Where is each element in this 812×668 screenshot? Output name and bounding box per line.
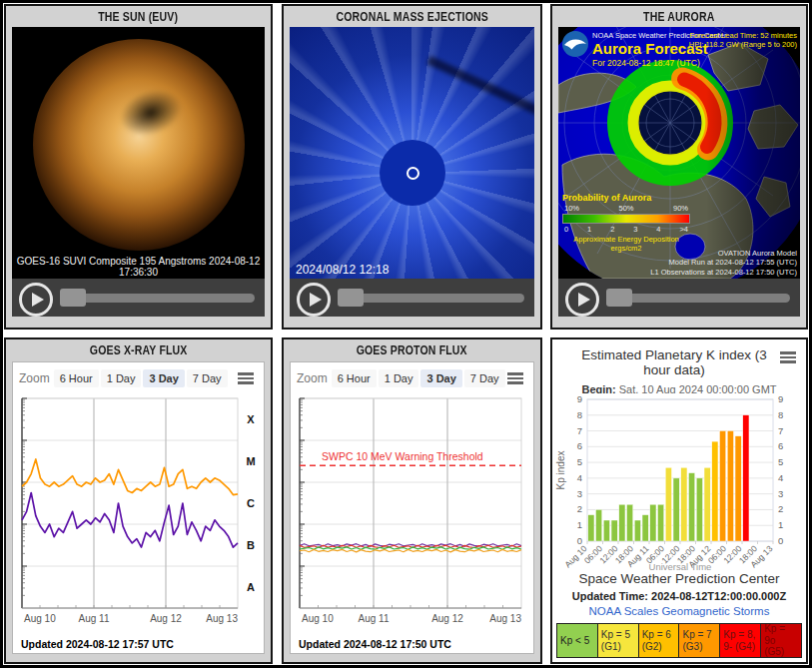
sun-position-marker	[406, 167, 419, 180]
range-button-7-day[interactable]: 7 Day	[187, 369, 228, 387]
svg-text:2: 2	[577, 503, 582, 514]
menu-icon[interactable]	[507, 372, 523, 384]
svg-text:2: 2	[778, 503, 783, 514]
svg-text:Aug 11: Aug 11	[79, 613, 110, 624]
panel-aurora: THE AURORA	[550, 4, 808, 330]
range-button-3-day[interactable]: 3 Day	[143, 369, 184, 387]
slider-handle[interactable]	[60, 289, 86, 307]
legend-tick: 0	[564, 225, 568, 234]
svg-text:8: 8	[577, 409, 582, 420]
svg-text:Aug 13: Aug 13	[489, 613, 521, 624]
panel-xray-title: GOES X-RAY FLUX	[90, 342, 188, 357]
xray-updated: Updated 2024-08-12 17:57 UTC	[21, 638, 174, 650]
legend-tick: 10%	[564, 204, 579, 213]
proton-chart-card: Zoom6 Hour1 Day3 Day7 Day Aug 10Aug 11Au…	[290, 361, 534, 654]
svg-text:9: 9	[577, 393, 582, 404]
panel-cme: CORONAL MASS EJECTIONS 2024/08/12 12:18	[282, 4, 542, 330]
panel-cme-title: CORONAL MASS EJECTIONS	[336, 9, 487, 24]
svg-text:3: 3	[778, 488, 783, 499]
occulting-disk	[380, 140, 445, 206]
kp-legend-cell: Kp = 9o (G5)	[761, 624, 801, 657]
aurora-model-info: OVATION Aurora Model Model Run at 2024-0…	[650, 249, 797, 277]
svg-text:Aug 12: Aug 12	[431, 613, 463, 624]
svg-text:B: B	[247, 539, 255, 551]
xray-plot: XMCBAAug 10Aug 11Aug 12Aug 13	[15, 394, 264, 628]
kp-scale-legend: Kp < 5Kp = 5 (G1)Kp = 6 (G2)Kp = 7 (G3)K…	[556, 623, 802, 658]
panel-xray: GOES X-RAY FLUX Zoom6 Hour1 Day3 Day7 Da…	[4, 337, 273, 664]
kp-chart: 00112233445566778899Aug 1006:0012:0018:0…	[554, 393, 806, 577]
panel-aurora-header: THE AURORA	[552, 6, 806, 26]
svg-text:SWPC 10 MeV Warning Threshold: SWPC 10 MeV Warning Threshold	[322, 450, 483, 462]
svg-text:8: 8	[778, 409, 783, 420]
kp-legend-cell: Kp = 6 (G2)	[639, 624, 680, 657]
panel-aurora-title: THE AURORA	[643, 9, 714, 24]
svg-text:Aug 10: Aug 10	[24, 613, 56, 624]
legend-tick: >4	[679, 225, 688, 234]
range-button-6-hour[interactable]: 6 Hour	[332, 369, 377, 387]
zoom-label: Zoom	[19, 371, 50, 385]
proton-plot: Aug 10Aug 11Aug 12Aug 13SWPC 10 MeV Warn…	[293, 394, 533, 628]
sun-player	[12, 279, 265, 317]
sun-player-slider[interactable]	[62, 294, 255, 303]
svg-text:M: M	[246, 455, 255, 467]
range-button-1-day[interactable]: 1 Day	[379, 369, 419, 387]
kp-source: Space Weather Prediction Center	[552, 571, 806, 586]
kp-chart-title: Estimated Planetary K index (3 hour data…	[576, 347, 772, 377]
play-icon[interactable]	[565, 283, 599, 317]
svg-text:4: 4	[778, 472, 783, 483]
probability-title: Probability of Aurora	[562, 193, 690, 203]
svg-text:Aug 13: Aug 13	[206, 613, 238, 624]
forecast-lead-time: Forecast Lead Time: 52 minutes	[689, 31, 797, 40]
legend-tick: 3	[633, 225, 637, 234]
slider-handle[interactable]	[606, 289, 632, 307]
legend-tick: 1	[587, 225, 591, 234]
svg-text:X: X	[247, 413, 255, 425]
range-button-6-hour[interactable]: 6 Hour	[54, 369, 99, 387]
coronal-hole-graphic	[113, 83, 187, 145]
cme-player-slider[interactable]	[340, 294, 524, 303]
legend-tick: 4	[656, 225, 660, 234]
sun-disk-graphic	[33, 39, 245, 251]
kp-plot: 00112233445566778899Aug 1006:0012:0018:0…	[554, 393, 806, 573]
svg-text:3: 3	[577, 488, 582, 499]
range-button-1-day[interactable]: 1 Day	[101, 369, 142, 387]
kp-legend-cell: Kp = 7 (G3)	[679, 624, 720, 657]
range-button-7-day[interactable]: 7 Day	[464, 369, 505, 387]
range-button-3-day[interactable]: 3 Day	[420, 369, 461, 387]
zoom-label: Zoom	[297, 371, 328, 385]
xray-toolbar: Zoom6 Hour1 Day3 Day7 Day	[19, 368, 258, 390]
panel-xray-header: GOES X-RAY FLUX	[6, 339, 271, 359]
space-weather-dashboard: { "panels": { "sun": { "title": "THE SUN…	[0, 0, 812, 668]
svg-text:C: C	[247, 497, 255, 509]
aurora-player-slider[interactable]	[608, 294, 790, 303]
svg-text:9: 9	[778, 393, 783, 404]
energy-label: Approximate Energy Deposition	[562, 235, 690, 244]
svg-text:4: 4	[577, 472, 582, 483]
hpi-value: HPI: 118.2 GW (Range 5 to 200)	[689, 40, 797, 49]
aurora-valid-time: For 2024-08-12 18:47 (UTC)	[592, 58, 700, 69]
play-icon[interactable]	[297, 283, 331, 317]
aurora-probability-legend: Probability of Aurora 10%50%90% 01234>4 …	[562, 193, 690, 253]
slider-handle[interactable]	[338, 289, 364, 307]
panel-sun-header: THE SUN (EUV)	[6, 6, 271, 26]
cme-image: 2024/08/12 12:18	[290, 27, 534, 279]
panel-sun: THE SUN (EUV) GOES-16 SUVI Composite 195…	[4, 4, 273, 330]
noaa-scales-link[interactable]: NOAA Scales Geomagnetic Storms	[552, 605, 806, 617]
l1-observation-time: L1 Observations at 2024-08-12 17:50 (UTC…	[650, 268, 797, 277]
panel-kp: Estimated Planetary K index (3 hour data…	[550, 337, 808, 664]
menu-icon[interactable]	[238, 372, 254, 384]
svg-text:6: 6	[577, 440, 582, 451]
proton-chart: Aug 10Aug 11Aug 12Aug 13SWPC 10 MeV Warn…	[293, 394, 533, 632]
xray-chart: XMCBAAug 10Aug 11Aug 12Aug 13	[15, 394, 264, 632]
menu-icon[interactable]	[780, 351, 796, 363]
xray-chart-card: Zoom6 Hour1 Day3 Day7 Day XMCBAAug 10Aug…	[12, 361, 265, 654]
panel-cme-header: CORONAL MASS EJECTIONS	[284, 6, 540, 26]
svg-text:A: A	[247, 581, 255, 593]
proton-toolbar: Zoom6 Hour1 Day3 Day7 Day	[297, 368, 527, 390]
aurora-map: NOAA Space Weather Prediction Center Aur…	[558, 27, 800, 279]
svg-text:1: 1	[778, 519, 783, 530]
legend-tick: 90%	[673, 204, 688, 213]
play-icon[interactable]	[19, 283, 53, 317]
kp-updated-time: Updated Time: 2024-08-12T12:00:00.000Z	[552, 590, 806, 602]
svg-text:1: 1	[577, 519, 582, 530]
